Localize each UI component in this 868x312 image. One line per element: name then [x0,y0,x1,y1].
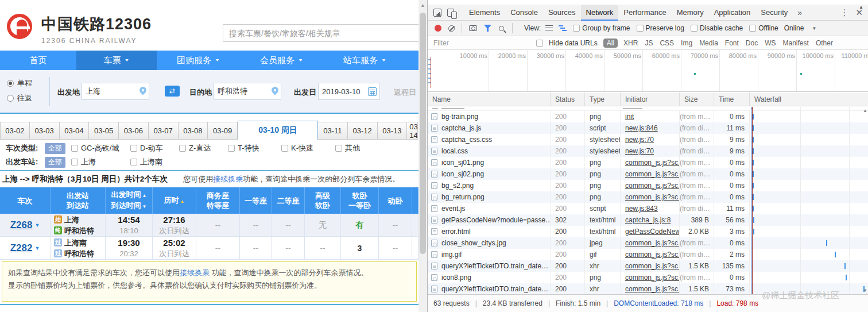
depart-station-checkbox[interactable] [130,159,137,165]
date-tab-03-14[interactable]: 03-14 [407,122,418,140]
seat-cell[interactable]: -- [196,214,240,236]
date-tab-03-09[interactable]: 03-09 [208,122,238,140]
devtools-tab-console[interactable]: Console [505,5,543,21]
devtools-menu-icon[interactable]: ⋮ [835,7,853,18]
from-pin-icon[interactable] [138,86,148,95]
train-col-header-8[interactable]: 高级软卧 [305,187,341,214]
filter-type-other[interactable]: Other [812,39,836,47]
nav-item-5[interactable]: 站车服务▼ [323,51,406,70]
note-transfer-link[interactable]: 接续换乘 [180,268,210,277]
filter-type-ws[interactable]: WS [761,39,779,47]
capture-screenshots-icon[interactable] [469,25,477,31]
train-col-header-6[interactable]: 一等座 [240,187,272,214]
depart-station-option-1[interactable]: 上海 [71,157,130,167]
train-col-header-1[interactable]: 车次 [0,187,51,214]
record-button[interactable] [435,25,441,32]
column-header-status[interactable]: Status [551,93,585,106]
checkbox-box[interactable] [637,25,644,32]
request-initiator[interactable]: new.js:843 [621,203,680,214]
train-type-option-4[interactable]: T-特快 [228,143,281,153]
train-col-header-7[interactable]: 二等座 [272,187,305,214]
page-scrollbar[interactable]: ▲ [418,0,427,312]
radio-one-way[interactable]: 单程 [7,76,32,91]
list-view-icon[interactable] [545,25,553,31]
request-initiator[interactable]: common_js.js?sc… [621,237,680,249]
site-search-input[interactable] [223,24,418,42]
hide-data-urls-checkbox[interactable] [536,40,543,47]
seat-cell[interactable]: -- [240,214,272,236]
from-input[interactable] [82,83,135,99]
checkbox-preserve-log[interactable]: Preserve log [637,24,684,32]
train-type-option-5[interactable]: K-快速 [281,143,335,153]
filter-funnel-icon[interactable] [484,25,491,32]
request-row[interactable]: bg-train.png200pnginit(from m…0 ms [428,111,868,122]
train-type-checkbox[interactable] [228,145,235,152]
train-type-option-2[interactable]: D-动车 [130,143,179,153]
train-col-header-5[interactable]: 商务座特等座 [196,187,240,214]
train-col-header-3[interactable]: 出发时间到达时间 [106,187,153,214]
request-initiator[interactable]: common_js.js?sc… [621,249,680,260]
network-overview-timeline[interactable]: 10000 ms20000 ms30000 ms40000 ms50000 ms… [428,50,868,92]
seat-cell[interactable]: -- [379,214,412,236]
date-tab-03-13[interactable]: 03-13 [378,122,408,140]
request-row[interactable]: error.html200text/htmlgetPassCodeNew2.0 … [428,226,868,237]
seat-cell[interactable]: -- [379,237,412,259]
train-link-Z282[interactable]: Z282 [10,242,33,254]
filter-type-manifest[interactable]: Manifest [780,39,812,47]
request-row[interactable]: bg_s2.png200pngcommon_js.js?sc…(from m…0… [428,180,868,191]
request-row[interactable]: icon_sj01.png200pngcommon_js.js?sc…(from… [428,157,868,168]
train-type-checkbox[interactable] [179,145,186,152]
filter-type-all[interactable]: All [603,38,618,48]
train-row-Z268[interactable]: Z268▼始上海终呼和浩特14:5418:1027:16次日到达------无有… [0,214,418,237]
train-type-option-3[interactable]: Z-直达 [179,143,228,153]
nav-item-2[interactable]: 车票▼ [76,51,157,70]
nav-item-4[interactable]: 会员服务▼ [240,51,323,70]
request-initiator[interactable]: common_js.js?sc… [621,260,680,272]
seat-cell[interactable]: 有 [341,214,379,236]
date-tab-03-10 周日[interactable]: 03-10 周日 [238,121,318,140]
filter-type-doc[interactable]: Doc [742,39,761,47]
search-icon[interactable] [499,26,504,31]
devtools-tab-network[interactable]: Network [581,5,619,21]
train-row-Z282[interactable]: Z282▼过上海南过呼和浩特19:3020:3225:02次日到达-------… [0,237,418,260]
train-type-checkbox[interactable] [281,145,288,152]
checkbox-group-by-frame[interactable]: Group by frame [573,24,630,32]
radio-round-trip-dot[interactable] [7,95,14,102]
12306-logo-icon[interactable] [6,13,36,43]
request-initiator[interactable]: common_js.js?sc… [621,272,680,283]
to-pin-icon[interactable] [270,86,280,95]
date-tab-03-08[interactable]: 03-08 [179,122,208,140]
request-initiator[interactable]: init [621,111,680,122]
seat-cell[interactable]: -- [272,214,305,236]
scrollbar-up-icon[interactable]: ▲ [418,2,427,8]
depart-station-all-badge[interactable]: 全部 [45,157,65,168]
sort-icon[interactable] [179,196,185,205]
request-row[interactable]: local.css200stylesheetnew.js:70(from di…… [428,145,868,157]
column-header-type[interactable]: Type [585,93,621,106]
column-header-time[interactable]: Time [714,93,750,106]
request-initiator[interactable]: captcha_js.js:8 [621,214,680,226]
throttling-dropdown-icon[interactable]: ▼ [812,26,816,31]
train-col-header-2[interactable]: 出发站到达站 [51,187,106,214]
request-row[interactable]: img.gif200gifcommon_js.js?sc…(from di…2 … [428,249,868,260]
depart-date-input[interactable] [319,83,366,99]
sort-icon[interactable] [141,190,147,199]
request-initiator[interactable]: getPassCodeNew [621,226,680,237]
rows-scroll-down-icon[interactable]: ▼ [863,288,867,293]
clear-button[interactable] [448,25,455,32]
filter-type-media[interactable]: Media [696,39,722,47]
calendar-icon[interactable] [368,87,377,96]
filter-type-xhr[interactable]: XHR [620,39,641,47]
train-type-checkbox[interactable] [335,145,342,152]
date-tab-03-12[interactable]: 03-12 [348,122,378,140]
request-row[interactable]: icon_sj02.png200pngcommon_js.js?sc…(from… [428,168,868,180]
throttling-select[interactable]: Online [784,24,804,32]
overview-view-icon[interactable] [559,25,567,31]
date-tab-03-07[interactable]: 03-07 [149,122,179,140]
device-toolbar-icon[interactable] [447,9,454,17]
train-col-header-9[interactable]: 软卧一等卧 [341,187,379,214]
filter-type-font[interactable]: Font [722,39,742,47]
checkbox-offline[interactable]: Offline [749,24,778,32]
rows-scroll-up-icon[interactable]: ▲ [863,108,867,113]
request-row[interactable]: captcha_js.js200scriptnew.js:846(from di… [428,122,868,134]
